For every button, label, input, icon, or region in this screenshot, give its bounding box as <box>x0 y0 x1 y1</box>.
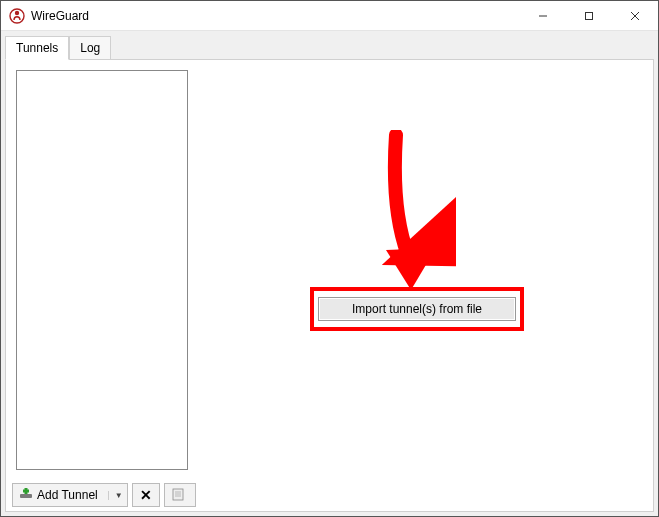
dropdown-icon: ▼ <box>108 491 123 500</box>
window-title: WireGuard <box>31 9 89 23</box>
tab-strip: Tunnels Log <box>1 33 658 59</box>
svg-rect-9 <box>173 489 183 500</box>
annotation-highlight: Import tunnel(s) from file <box>310 287 524 331</box>
tab-panel-tunnels: Import tunnel(s) from file Add Tunnel ▼ <box>5 59 654 512</box>
app-window: WireGuard Tunnels Log <box>0 0 659 517</box>
add-tunnel-icon <box>19 488 33 502</box>
titlebar: WireGuard <box>1 1 658 31</box>
tunnel-list[interactable] <box>16 70 188 470</box>
delete-tunnel-button[interactable]: ✕ <box>132 483 160 507</box>
window-controls <box>520 1 658 31</box>
app-icon <box>9 8 25 24</box>
close-button[interactable] <box>612 1 658 31</box>
add-tunnel-label: Add Tunnel <box>37 488 98 502</box>
minimize-button[interactable] <box>520 1 566 31</box>
svg-rect-6 <box>20 494 32 498</box>
svg-rect-3 <box>586 12 593 19</box>
annotation-arrow-icon <box>356 130 456 300</box>
client-area: Tunnels Log Import tunnel(s) from file <box>1 31 658 516</box>
tab-log[interactable]: Log <box>69 36 111 60</box>
bottom-toolbar: Add Tunnel ▼ ✕ <box>6 481 653 511</box>
panel-body: Import tunnel(s) from file <box>6 60 653 481</box>
maximize-button[interactable] <box>566 1 612 31</box>
add-tunnel-button[interactable]: Add Tunnel ▼ <box>12 483 128 507</box>
export-icon <box>172 487 188 504</box>
import-tunnel-button[interactable]: Import tunnel(s) from file <box>318 297 516 321</box>
svg-rect-8 <box>23 490 29 493</box>
svg-point-1 <box>15 10 19 14</box>
delete-icon: ✕ <box>140 487 152 503</box>
export-tunnel-button[interactable] <box>164 483 196 507</box>
tab-tunnels[interactable]: Tunnels <box>5 36 69 60</box>
